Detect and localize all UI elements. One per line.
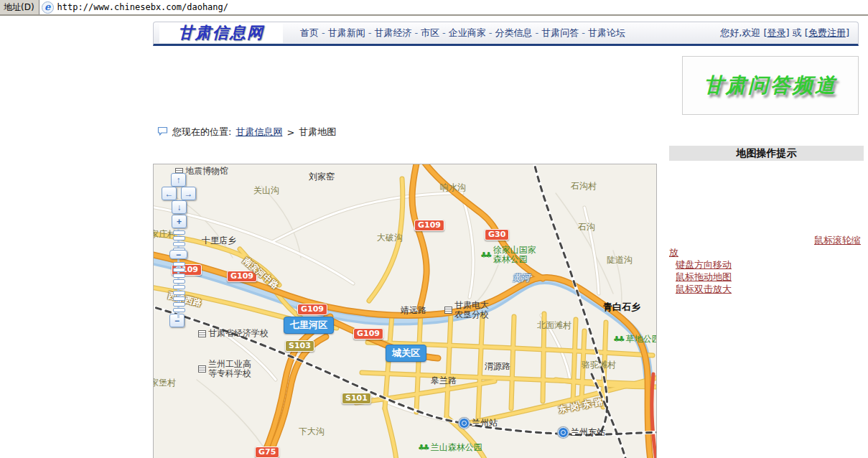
ie-icon: e [42, 1, 54, 14]
zoom-slider-tick [173, 236, 185, 240]
pan-down-button[interactable]: ↓ [172, 200, 187, 214]
map-canvas[interactable]: 地震博物馆刘家窑关山沟响水沟石沟村石沟十里店乡大破沟♣♣徐家山国家森林公园陡道沟… [153, 164, 657, 458]
zoom-slider-tick [173, 308, 185, 312]
zoom-slider-tick [173, 279, 185, 284]
nav-separator: - [414, 27, 418, 38]
nav-link-4[interactable]: 企业商家 [449, 27, 486, 38]
nav-separator: - [368, 27, 372, 38]
breadcrumb: 您现在的位置: 甘肃信息网 > 甘肃地图 [157, 126, 336, 139]
nav-link-1[interactable]: 甘肃新闻 [328, 27, 365, 38]
map-tips-title: 地图操作提示 [669, 146, 864, 161]
zoom-slider-tick [173, 230, 185, 235]
zoom-slider-tick [173, 291, 185, 295]
site-logo[interactable]: 甘肃信息网 [159, 23, 283, 43]
site-header: 甘肃信息网 首页-甘肃新闻-甘肃经济-市区-企业商家-分类信息-甘肃问答-甘肃论… [153, 22, 859, 46]
nav-link-3[interactable]: 市区 [421, 27, 439, 38]
nav-link-5[interactable]: 分类信息 [495, 27, 533, 38]
login-link[interactable]: 登录 [767, 27, 785, 38]
address-label: 地址(D) [0, 1, 39, 14]
nav-link-6[interactable]: 甘肃问答 [541, 27, 579, 38]
tip-link-3[interactable]: 鼠标双击放大 [676, 283, 864, 295]
breadcrumb-current: 甘肃地图 [299, 126, 336, 139]
tip-link-0[interactable]: 鼠标滚轮缩放 [669, 235, 861, 258]
zoom-slider-tick [173, 262, 185, 266]
nav-separator: - [489, 27, 493, 38]
address-url: http://www.chinesebx.com/daohang/ [57, 2, 228, 12]
location-bubble-icon [157, 126, 168, 138]
pan-right-button[interactable]: → [181, 187, 196, 200]
qa-channel-banner[interactable]: 甘肃问答频道 [682, 56, 859, 115]
nav-link-2[interactable]: 甘肃经济 [374, 27, 411, 38]
greeting-text: 您好,欢迎 [720, 27, 760, 38]
zoom-slider-handle[interactable]: − [169, 250, 187, 259]
tip-first-line: 鼠标滚轮缩放 [669, 234, 864, 258]
zoom-slider-tick [173, 268, 185, 272]
nav-separator: - [322, 27, 325, 38]
address-input[interactable]: e http://www.chinesebx.com/daohang/ [39, 0, 868, 14]
browser-address-bar: 地址(D) e http://www.chinesebx.com/daohang… [0, 0, 868, 16]
or-text: 或 [793, 27, 802, 38]
register-link[interactable]: 免费注册 [808, 27, 846, 38]
map-pan-zoom-controls: ↑←→↓+−− [154, 164, 656, 458]
tip-link-1[interactable]: 键盘方向移动 [676, 258, 864, 271]
zoom-slider-tick [173, 302, 185, 307]
main-nav: 首页-甘肃新闻-甘肃经济-市区-企业商家-分类信息-甘肃问答-甘肃论坛 [300, 27, 625, 39]
nav-separator: - [536, 27, 539, 38]
zoom-in-button[interactable]: + [172, 215, 187, 228]
pan-up-button[interactable]: ↑ [171, 173, 186, 187]
nav-link-7[interactable]: 甘肃论坛 [588, 27, 625, 38]
breadcrumb-prefix: 您现在的位置: [172, 126, 231, 139]
map-tips: 鼠标滚轮缩放 键盘方向移动鼠标拖动地图鼠标双击放大 [669, 234, 864, 295]
zoom-slider-tick [173, 296, 185, 301]
bracket: ] [785, 27, 789, 38]
pan-left-button[interactable]: ← [162, 187, 177, 200]
zoom-slider-tick [173, 285, 185, 289]
bracket: ] [846, 27, 849, 38]
map-tips-links: 键盘方向移动鼠标拖动地图鼠标双击放大 [669, 258, 864, 295]
zoom-slider-tick [173, 242, 185, 246]
user-area: 您好,欢迎 [登录] 或 [免费注册] [720, 27, 849, 39]
nav-separator: - [582, 27, 585, 38]
tip-link-2[interactable]: 鼠标拖动地图 [676, 271, 864, 283]
breadcrumb-separator: > [286, 127, 294, 138]
nav-link-0[interactable]: 首页 [300, 27, 319, 38]
zoom-slider-tick [173, 274, 185, 278]
breadcrumb-site-link[interactable]: 甘肃信息网 [235, 126, 282, 139]
nav-separator: - [442, 27, 446, 38]
qa-banner-text: 甘肃问答频道 [704, 72, 837, 99]
